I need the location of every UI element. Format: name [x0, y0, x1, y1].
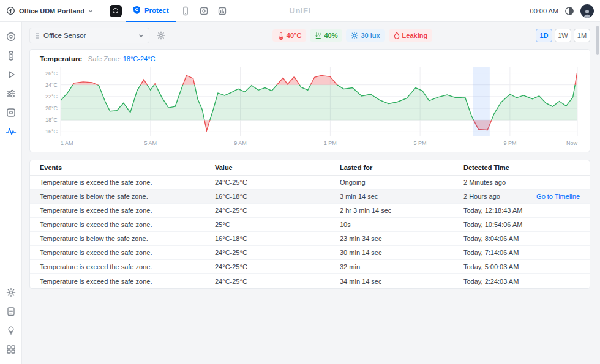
status-badges: 40°C40%30 luxLeaking [272, 29, 432, 42]
lasted-for-cell: 10s [340, 221, 463, 228]
event-cell: Temperature is exceed the safe zone. [40, 207, 215, 214]
table-row[interactable]: Temperature is exceed the safe zone. 24°… [30, 204, 590, 218]
event-cell: Temperature is exceed the safe zone. [40, 278, 215, 285]
sidebar-item-apps[interactable] [6, 344, 17, 355]
chart-header: Temperature Safe Zone: 18°C-24°C [30, 50, 590, 64]
events-table: Events Value Lasted for Detected Time Te… [29, 160, 590, 289]
connect-app-icon[interactable] [213, 0, 231, 22]
chart-selection-band [473, 67, 490, 136]
status-badge-label: 40% [324, 32, 337, 39]
status-badge-humidity: 40% [310, 29, 342, 42]
svg-text:Now: Now [566, 140, 578, 146]
lasted-for-cell: 2 hr 3 min 14 sec [340, 207, 463, 214]
protect-shield-icon [133, 6, 141, 15]
user-avatar[interactable] [580, 4, 594, 18]
value-cell: 24°C-25°C [215, 278, 340, 285]
sidebar-item-support[interactable] [6, 325, 17, 336]
value-cell: 24°C-25°C [215, 263, 340, 270]
table-body: Temperature is exceed the safe zone. 24°… [30, 176, 590, 288]
table-row[interactable]: Temperature is below the safe zone. 16°C… [30, 190, 590, 204]
lasted-for-cell: 32 min [340, 263, 463, 270]
chart-title: Temperature [40, 55, 82, 62]
event-cell: Temperature is exceed the safe zone. [40, 249, 215, 256]
event-cell: Temperature is exceed the safe zone. [40, 221, 215, 228]
time-range-1m[interactable]: 1M [574, 29, 590, 42]
go-to-timeline-link[interactable]: Go to Timeline [536, 193, 580, 200]
svg-text:5 AM: 5 AM [144, 140, 157, 146]
detected-time-cell: Today, 2:24:03 AM [463, 278, 580, 285]
event-cell: Temperature is below the safe zone. [40, 235, 215, 242]
sidebar-item-doorbells[interactable] [6, 50, 17, 61]
table-row[interactable]: Temperature is exceed the safe zone. 24°… [30, 260, 590, 274]
svg-text:22°C: 22°C [45, 94, 58, 100]
console-icon[interactable] [110, 5, 122, 17]
table-row[interactable]: Temperature is exceed the safe zone. 25°… [30, 218, 590, 232]
safe-zone-label: Safe Zone: [88, 55, 121, 62]
status-badge-temperature: 40°C [272, 29, 307, 42]
sidebar-item-devices[interactable] [6, 107, 17, 118]
svg-text:20°C: 20°C [45, 105, 58, 111]
safe-zone-value[interactable]: 18°C-24°C [123, 55, 156, 62]
temperature-chart-card: Temperature Safe Zone: 18°C-24°C 26°C24°… [29, 49, 590, 152]
site-name: Office UDM Portland [19, 7, 84, 15]
svg-text:1 AM: 1 AM [61, 140, 73, 146]
svg-text:24°C: 24°C [45, 82, 58, 88]
topbar: Office UDM Portland Protect UniFi 00:00 … [0, 0, 600, 22]
status-badge-label: 40°C [287, 32, 302, 39]
sensor-selector[interactable]: Office Sensor [29, 28, 149, 43]
clock: 00:00 AM [530, 7, 558, 15]
value-cell: 24°C-25°C [215, 179, 340, 186]
table-row[interactable]: Temperature is exceed the safe zone. 24°… [30, 246, 590, 260]
console-status-icon [6, 6, 15, 15]
drop-icon [394, 32, 400, 39]
svg-text:18°C: 18°C [45, 117, 58, 123]
table-header-row: Events Value Lasted for Detected Time [30, 160, 590, 176]
sidebar-item-playback[interactable] [6, 69, 17, 80]
tab-protect-label: Protect [144, 7, 169, 14]
sidebar-item-system-log[interactable] [6, 306, 17, 317]
status-badge-label: 30 lux [361, 32, 380, 39]
talk-app-icon[interactable] [176, 0, 195, 22]
status-badge-light: 30 lux [346, 29, 384, 42]
event-cell: Temperature is below the safe zone. [40, 193, 215, 200]
sensor-settings-button[interactable] [153, 28, 169, 43]
lasted-for-cell: 30 min 14 sec [340, 249, 463, 256]
sun-icon [351, 32, 358, 39]
value-cell: 24°C-25°C [215, 249, 340, 256]
detected-time-cell: Today, 7:14:06 AM [463, 249, 580, 256]
temperature-chart[interactable]: 26°C24°C22°C20°C18°C16°C1 AM5 AM9 AM1 PM… [40, 64, 581, 149]
col-events: Events [40, 164, 215, 171]
safe-zone: Safe Zone: 18°C-24°C [88, 55, 156, 62]
col-lasted-for: Lasted for [340, 164, 463, 171]
sidebar-item-cameras[interactable] [6, 31, 17, 42]
tab-protect[interactable]: Protect [126, 0, 176, 22]
detected-time-cell: 2 Minutes ago [463, 179, 580, 186]
time-range-group: 1D1W1M [536, 29, 590, 42]
col-detected-time: Detected Time [463, 164, 580, 171]
table-row[interactable]: Temperature is below the safe zone. 16°C… [30, 232, 590, 246]
sidebar-item-detections[interactable] [6, 88, 17, 99]
sidebar-item-sensors[interactable] [6, 126, 17, 137]
humidity-icon [315, 32, 321, 39]
value-cell: 25°C [215, 221, 340, 228]
status-badge-leak: Leaking [389, 29, 433, 42]
main-content: Office Sensor 40°C40%30 luxLeaking 1D1W1… [22, 22, 600, 296]
unifi-logo: UniFi [290, 6, 311, 15]
site-selector[interactable]: Office UDM Portland [0, 0, 98, 22]
chevron-down-icon [138, 33, 144, 39]
sidebar-item-settings[interactable] [6, 287, 17, 298]
event-cell: Temperature is exceed the safe zone. [40, 179, 215, 186]
theme-toggle-icon[interactable] [564, 6, 574, 16]
divider [102, 6, 102, 16]
drag-handle-icon [35, 32, 39, 39]
access-app-icon[interactable] [195, 0, 213, 22]
table-row[interactable]: Temperature is exceed the safe zone. 24°… [30, 274, 590, 288]
table-row[interactable]: Temperature is exceed the safe zone. 24°… [30, 176, 590, 190]
detected-time-cell: Today, 12:18:43 AM [463, 207, 580, 214]
time-range-1w[interactable]: 1W [555, 29, 571, 42]
scrollbar-thumb[interactable] [596, 26, 599, 55]
col-value: Value [215, 164, 340, 171]
time-range-1d[interactable]: 1D [536, 29, 552, 42]
svg-text:16°C: 16°C [45, 128, 58, 135]
sidebar [0, 22, 22, 364]
